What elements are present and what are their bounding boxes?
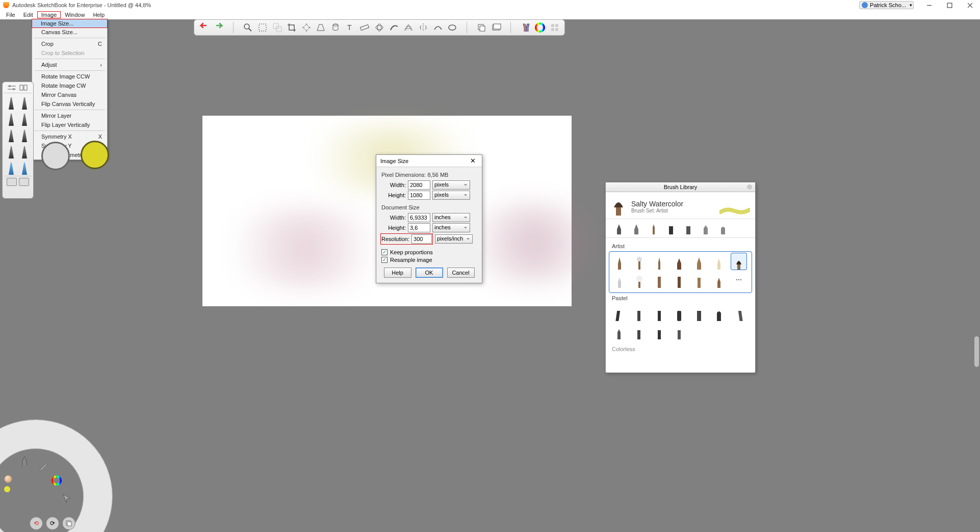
maximize-button[interactable]: [939, 0, 960, 10]
brush-slot[interactable]: [19, 94, 30, 110]
brush-item[interactable]: [731, 304, 747, 322]
help-button[interactable]: Help: [384, 268, 411, 278]
lagoon-brush-icon[interactable]: [18, 455, 32, 468]
brush-item[interactable]: [671, 304, 687, 322]
width-in-unit-select[interactable]: inches: [432, 213, 470, 222]
menu-image-size[interactable]: Image Size...: [32, 19, 108, 28]
minimize-button[interactable]: [919, 0, 939, 10]
height-px-unit-select[interactable]: pixels: [432, 191, 470, 200]
perspective-tool[interactable]: [314, 21, 328, 34]
brush-slot[interactable]: [6, 143, 17, 158]
selection-add-tool[interactable]: [270, 21, 284, 34]
ellipse-guide-tool[interactable]: [373, 21, 386, 34]
menu-crop[interactable]: CropC: [32, 39, 107, 48]
menu-window[interactable]: Window: [61, 11, 89, 18]
brush-library-title[interactable]: Brush Library: [606, 182, 755, 192]
lagoon-color-icon[interactable]: [50, 474, 63, 487]
menu-symmetry-x[interactable]: Symmetry XX: [32, 132, 107, 141]
brush-item[interactable]: [711, 304, 727, 322]
lagoon-tool-icon[interactable]: [37, 460, 50, 473]
menu-adjust[interactable]: Adjust›: [32, 60, 107, 69]
pin-icon[interactable]: [7, 178, 17, 186]
brush-item[interactable]: [651, 271, 667, 288]
color-wheel-tool[interactable]: [533, 21, 547, 34]
close-button[interactable]: [960, 0, 980, 10]
menu-mirror-canvas[interactable]: Mirror Canvas: [32, 90, 107, 99]
brush-slot[interactable]: [19, 111, 30, 126]
width-in-input[interactable]: [408, 213, 430, 222]
flipbook-tool[interactable]: [489, 21, 503, 34]
shape-ellipse-tool[interactable]: [446, 21, 459, 34]
width-px-input[interactable]: [408, 180, 430, 190]
zoom-tool[interactable]: [241, 21, 255, 34]
brush-item[interactable]: [671, 271, 687, 288]
brush-slot[interactable]: [19, 127, 30, 142]
panel-menu-icon[interactable]: [747, 184, 752, 190]
lagoon-cursor-icon[interactable]: [60, 491, 73, 504]
resolution-input[interactable]: [411, 234, 432, 244]
brush-item[interactable]: [631, 271, 648, 288]
menu-rotate-ccw[interactable]: Rotate Image CCW: [32, 72, 107, 81]
menu-mirror-layer[interactable]: Mirror Layer: [32, 111, 107, 120]
transform-tool[interactable]: [299, 21, 313, 34]
height-in-input[interactable]: [408, 223, 430, 232]
height-in-unit-select[interactable]: inches: [432, 223, 470, 232]
category-tab[interactable]: [682, 222, 694, 234]
brush-options-icon[interactable]: ⋯: [731, 271, 747, 288]
dialog-close-button[interactable]: ✕: [468, 157, 478, 165]
library-icon[interactable]: [19, 84, 29, 91]
brush-item[interactable]: [711, 253, 727, 270]
symmetry-tool[interactable]: [417, 21, 430, 34]
brush-item[interactable]: [651, 304, 667, 322]
keep-proportions-checkbox[interactable]: ✓Keep proportions: [381, 249, 477, 255]
menu-file[interactable]: File: [2, 11, 19, 18]
category-tab[interactable]: [665, 222, 677, 234]
category-tab[interactable]: [648, 222, 660, 234]
brush-item[interactable]: [651, 323, 667, 340]
brush-item[interactable]: [611, 323, 627, 340]
brush-item[interactable]: [671, 253, 687, 270]
text-tool[interactable]: T: [343, 21, 357, 34]
lagoon-avatar-icon[interactable]: [4, 475, 12, 483]
perspective-grid-tool[interactable]: [402, 21, 416, 34]
ruler-tool[interactable]: [358, 21, 372, 34]
brush-slot[interactable]: [19, 143, 30, 158]
menu-edit[interactable]: Edit: [19, 11, 37, 18]
resolution-unit-select[interactable]: pixels/inch: [435, 234, 473, 244]
brush-slot[interactable]: [6, 159, 17, 175]
brush-item[interactable]: [611, 271, 628, 288]
category-tab[interactable]: [700, 222, 712, 234]
brush-slot[interactable]: [6, 111, 17, 126]
category-tab[interactable]: [717, 222, 729, 234]
category-tab[interactable]: [613, 222, 625, 234]
menu-rotate-cw[interactable]: Rotate Image CW: [32, 81, 107, 90]
redo-button[interactable]: [212, 21, 226, 34]
brush-item[interactable]: [671, 323, 687, 340]
menu-image[interactable]: Image: [37, 11, 61, 18]
curve-guide-tool[interactable]: [387, 21, 401, 34]
menu-help[interactable]: Help: [89, 11, 109, 18]
brush-item[interactable]: [631, 304, 647, 322]
expand-icon[interactable]: [19, 178, 29, 186]
menu-flip-layer[interactable]: Flip Layer Vertically: [32, 120, 107, 129]
brush-slot[interactable]: [6, 127, 17, 142]
category-tab[interactable]: [630, 222, 642, 234]
sliders-icon[interactable]: [7, 84, 17, 91]
brush-item[interactable]: [611, 253, 628, 270]
menu-flip-canvas[interactable]: Flip Canvas Vertically: [32, 99, 107, 109]
width-px-unit-select[interactable]: pixels: [432, 180, 470, 190]
ok-button[interactable]: OK: [416, 268, 443, 278]
color-puck-1[interactable]: [41, 142, 70, 170]
cancel-button[interactable]: Cancel: [447, 268, 475, 278]
layers-tool[interactable]: [475, 21, 488, 34]
brush-slot[interactable]: [6, 94, 17, 110]
brush-tool[interactable]: [519, 21, 532, 34]
crop-tool[interactable]: [285, 21, 299, 34]
brush-item[interactable]: [611, 304, 627, 322]
brush-slot[interactable]: [19, 159, 30, 175]
brush-item[interactable]: [691, 304, 707, 322]
lagoon-redo-icon[interactable]: ⟳: [46, 517, 59, 530]
brush-item-selected[interactable]: [731, 253, 747, 270]
steady-stroke-tool[interactable]: [431, 21, 445, 34]
brush-item[interactable]: [631, 323, 647, 340]
